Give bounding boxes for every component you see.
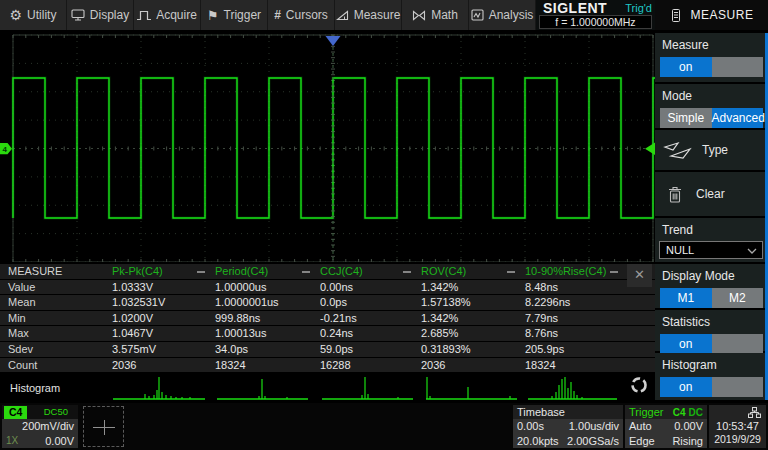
minimize-column-icon[interactable] [197,271,205,273]
menu-item-label: Analysis [489,8,534,22]
histogram-chart [0,373,655,403]
empty-channel-slot[interactable] [83,406,124,447]
menu-item-label: Display [90,8,129,22]
refresh-icon[interactable] [633,379,646,392]
trigger-level: 0.00V [674,419,703,433]
mode-switch[interactable]: Simple Advanced [660,108,763,128]
section-trend: Trend NULL [655,218,768,262]
measurement-column-header: CCJ(C4) [320,265,363,277]
channel-badge[interactable]: C4 [4,406,27,419]
menu-item-cursors[interactable]: #Cursors [268,0,335,30]
menu-item-label: Acquire [156,8,197,22]
menu-item-display[interactable]: Display [67,0,134,30]
menu-item-trigger[interactable]: ⚑Trigger [201,0,268,30]
measurement-value: 0.24ns [320,326,421,341]
timebase-delay: 0.00s [517,419,544,433]
histogram-on[interactable]: on [660,377,712,397]
analysis-icon [471,9,484,21]
table-row: Sdev3.575mV34.0ps59.0ps0.31893%205.9ps [0,342,655,357]
section-clear[interactable]: Clear [655,172,768,216]
measurement-value: 1.0467V [112,326,215,341]
measurement-value: 34.0ps [215,342,320,357]
histogram-off[interactable] [712,377,764,397]
table-row: Count20361832416288203618324 [0,358,655,373]
measure-dialog-title: MEASURE [691,8,754,22]
mode-advanced-button[interactable]: Advanced [712,108,764,128]
measurement-value: 59.0ps [320,342,421,357]
menu-item-label: Measure [354,8,401,22]
math-icon [412,10,426,21]
trend-label: Trend [655,218,768,237]
mode-simple-button[interactable]: Simple [660,108,712,128]
trigger-level-marker[interactable] [645,143,655,156]
display-mode-switch[interactable]: M1 M2 [660,288,763,308]
flag-icon: ⚑ [207,9,219,22]
timebase-box[interactable]: Timebase 0.00s1.00us/div 20.0kpts2.00GSa… [513,405,623,448]
menu-item-acquire[interactable]: Acquire [134,0,201,30]
acquire-icon [137,10,151,21]
timebase-rate: 2.00GSa/s [567,434,619,448]
measure-on[interactable]: on [660,57,712,77]
row-label: Min [0,311,112,326]
menu-item-measure[interactable]: Measure [335,0,402,30]
measure-dialog: MEASURE Measure on Mode Simple Advanced … [655,0,768,403]
statistics-on[interactable]: on [660,334,712,354]
statistics-toggle[interactable]: on [660,334,763,354]
display-mode-m1-button[interactable]: M1 [660,288,712,308]
channel-scale: 200mV/div [22,419,74,433]
trend-dropdown[interactable]: NULL [659,241,763,259]
measure-icon [336,10,349,21]
measure-off[interactable] [712,57,764,77]
minimize-column-icon[interactable] [403,271,411,273]
close-table-button[interactable]: ✕ [627,264,652,287]
crosshair-icon [104,420,105,435]
cursors-icon: # [274,9,281,21]
minimize-column-icon[interactable] [610,271,618,273]
statistics-off[interactable] [712,334,764,354]
measurement-value: 999.88ns [215,311,320,326]
row-label: Sdev [0,342,112,357]
histogram-strip: Histogram [0,373,655,403]
clock-box[interactable]: 10:53:47 2019/9/29 [709,405,766,448]
trigger-position-marker[interactable] [326,36,341,46]
trigger-box[interactable]: Trigger C4 DC Auto0.00V EdgeRising [625,405,707,448]
menu-item-label: Cursors [286,8,328,22]
measurement-table: ✕ MEASUREPk-Pk(C4)Period(C4)CCJ(C4)ROV(C… [0,262,655,373]
trigger-label: Trigger [629,405,663,419]
statistics-label: Statistics [655,310,768,329]
clear-label: Clear [696,187,725,201]
row-label: Mean [0,295,112,310]
menu-item-analysis[interactable]: Analysis [469,0,536,30]
channel-coupling: DC50 [44,405,78,419]
trigger-status: Trig'd [625,2,652,14]
measurement-value: 7.79ns [525,311,628,326]
display-mode-m2-button[interactable]: M2 [712,288,764,308]
trigger-coupling: DC [689,407,703,418]
measurement-value: 1.0333V [112,280,215,295]
measurement-value: 1.0000001us [215,295,320,310]
measure-toggle[interactable]: on [660,57,763,77]
measurement-value: 205.9ps [525,342,628,357]
minimize-column-icon[interactable] [507,271,515,273]
clock-date: 2019/9/29 [709,433,766,446]
waveform-display[interactable]: 4 [0,30,655,262]
menu-item-utility[interactable]: ⚙Utility [0,0,67,30]
minimize-column-icon[interactable] [302,271,310,273]
measurement-value: 1.342% [421,280,525,295]
channel-c4-box[interactable]: C4 DC50 200mV/div 1X0.00V [2,405,78,448]
menu-bar: ⚙UtilityDisplayAcquire⚑Trigger#CursorsMe… [0,0,655,30]
measurement-value: 18324 [525,358,628,373]
display-mode-label: Display Mode [655,264,768,283]
menu-item-math[interactable]: Math [402,0,469,30]
measurement-value: -0.21ns [320,311,421,326]
histogram-toggle[interactable]: on [660,377,763,397]
type-label: Type [702,143,728,157]
measurement-value: 8.48ns [525,280,628,295]
table-row: Value1.0333V1.00000us0.00ns1.342%8.48ns [0,280,655,295]
bottom-status-bar: C4 DC50 200mV/div 1X0.00V Timebase 0.00s… [0,403,768,450]
channel-probe: 1X [6,434,18,448]
section-type[interactable]: Type [655,130,768,170]
measure-dialog-icon [670,8,682,23]
section-display-mode: Display Mode M1 M2 [655,264,768,308]
timebase-scale: 1.00us/div [569,419,619,433]
